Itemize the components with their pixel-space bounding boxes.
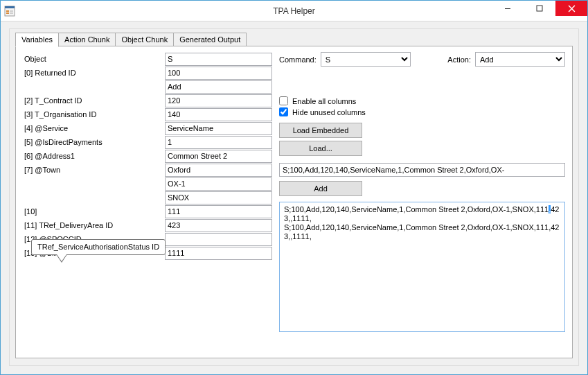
variable-row: Object xyxy=(23,52,272,66)
variable-row: [6] @Address1 xyxy=(23,149,272,163)
variable-row: [10] xyxy=(23,204,272,218)
output-textarea[interactable]: S;100,Add,120,140,ServiceName,1,Common S… xyxy=(279,202,565,332)
svg-rect-2 xyxy=(6,10,9,12)
variable-label: [2] T_Contract ID xyxy=(23,96,165,105)
variable-row: [3] T_Organisation ID xyxy=(23,107,272,121)
variable-value-input[interactable] xyxy=(165,122,272,135)
window-controls xyxy=(492,1,587,21)
maximize-button[interactable] xyxy=(524,1,555,16)
minimize-button[interactable] xyxy=(492,1,524,16)
variable-value-input[interactable] xyxy=(165,219,272,232)
variable-value-input[interactable] xyxy=(165,191,272,204)
load-button[interactable]: Load... xyxy=(279,141,362,156)
variable-label: [11] TRef_DeliveryArea ID xyxy=(23,221,165,229)
hide-unused-columns-label: Hide unused columns xyxy=(292,108,366,116)
variable-row: [4] @Service xyxy=(23,121,272,135)
variable-label: [5] @IsDirectPayments xyxy=(23,138,165,146)
svg-rect-7 xyxy=(537,6,542,11)
variable-row: [7] @Town xyxy=(23,163,272,177)
client-area: Variables Action Chunk Object Chunk Gene… xyxy=(1,21,587,374)
tab-strip: Variables Action Chunk Object Chunk Gene… xyxy=(15,33,573,46)
variable-value-input[interactable] xyxy=(165,177,272,191)
tab-action-chunk[interactable]: Action Chunk xyxy=(59,33,116,46)
tab-generated-output[interactable]: Generated Output xyxy=(174,33,247,46)
variable-row xyxy=(23,177,272,191)
command-line-input[interactable] xyxy=(279,163,565,177)
controls-column: Command: S Action: Add xyxy=(279,52,565,352)
app-icon xyxy=(1,1,19,21)
variable-value-input[interactable] xyxy=(165,205,272,218)
variable-row: [5] @IsDirectPayments xyxy=(23,135,272,149)
variable-row: [11] TRef_DeliveryArea ID xyxy=(23,218,272,232)
svg-rect-1 xyxy=(5,6,15,8)
titlebar: TPA Helper xyxy=(1,1,587,21)
variable-row: [0] Returned ID xyxy=(23,66,272,80)
command-select[interactable]: S xyxy=(321,52,411,67)
app-window: TPA Helper Variables Action Chunk Object… xyxy=(0,0,588,375)
variable-value-input[interactable] xyxy=(165,233,272,246)
main-group: Variables Action Chunk Object Chunk Gene… xyxy=(9,28,579,366)
tab-object-chunk[interactable]: Object Chunk xyxy=(116,33,174,46)
action-select[interactable]: Add xyxy=(475,52,565,67)
svg-rect-4 xyxy=(10,10,13,12)
variable-value-input[interactable] xyxy=(165,108,272,121)
variable-label: [10] xyxy=(23,207,165,216)
action-label: Action: xyxy=(447,55,471,64)
close-button[interactable] xyxy=(555,1,587,16)
variable-row: [2] T_Contract ID xyxy=(23,94,272,107)
variable-label: [3] T_Organisation ID xyxy=(23,110,165,119)
variable-value-input[interactable] xyxy=(165,94,272,107)
variable-row xyxy=(23,80,272,94)
enable-all-columns-checkbox[interactable] xyxy=(279,96,288,105)
variable-value-input[interactable] xyxy=(165,150,272,163)
enable-all-columns-label: Enable all columns xyxy=(292,97,356,105)
variable-label: Object xyxy=(23,55,165,63)
variable-label: [7] @Town xyxy=(23,166,165,174)
variable-value-input[interactable] xyxy=(165,80,272,94)
variable-value-input[interactable] xyxy=(165,247,272,260)
hide-unused-columns-checkbox[interactable] xyxy=(279,107,288,116)
variable-value-input[interactable] xyxy=(165,164,272,177)
variable-value-input[interactable] xyxy=(165,53,272,66)
variable-value-input[interactable] xyxy=(165,67,272,80)
svg-rect-5 xyxy=(10,12,13,14)
svg-rect-6 xyxy=(505,8,510,9)
variable-row xyxy=(23,191,272,204)
command-label: Command: xyxy=(279,55,317,64)
variable-label: [4] @Service xyxy=(23,124,165,132)
variables-column: Object[0] Returned ID[2] T_Contract ID[3… xyxy=(23,52,272,352)
variable-label: [6] @Address1 xyxy=(23,152,165,160)
variable-label: [0] Returned ID xyxy=(23,69,165,77)
tab-page-variables: Object[0] Returned ID[2] T_Contract ID[3… xyxy=(15,46,573,358)
tooltip: TRef_ServiceAuthorisationStatus ID xyxy=(31,239,166,255)
variable-value-input[interactable] xyxy=(165,136,272,149)
add-button[interactable]: Add xyxy=(279,181,362,196)
tab-variables[interactable]: Variables xyxy=(15,33,59,47)
svg-rect-3 xyxy=(6,12,9,14)
load-embedded-button[interactable]: Load Embedded xyxy=(279,123,362,138)
